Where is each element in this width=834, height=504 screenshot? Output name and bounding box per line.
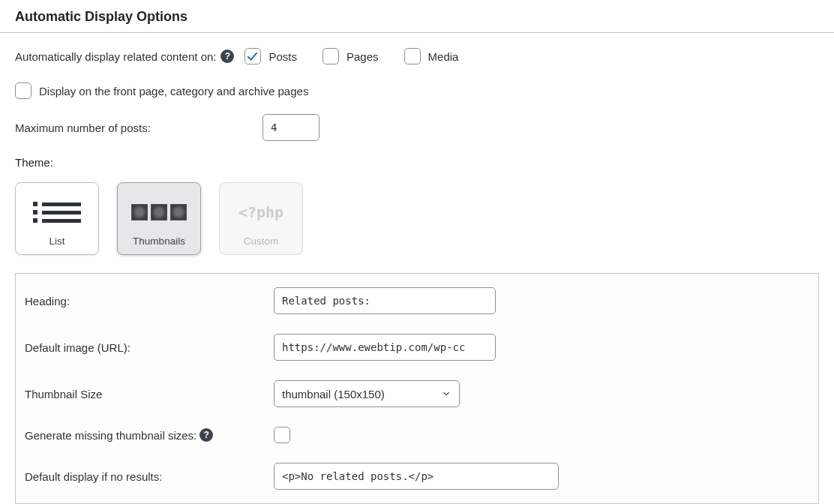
theme-option-thumbnails-label: Thumbnails	[122, 236, 196, 247]
frontpage-checkbox-label[interactable]: Display on the front page, category and …	[39, 85, 308, 98]
theme-option-custom-label: Custom	[224, 236, 298, 247]
posts-checkbox[interactable]	[244, 48, 261, 64]
max-posts-input[interactable]	[262, 114, 320, 141]
generate-missing-checkbox[interactable]	[274, 427, 290, 443]
php-icon: <?php	[224, 196, 298, 228]
thumbnails-icon	[122, 196, 196, 228]
auto-display-label: Automatically display related content on…	[15, 50, 216, 63]
theme-label: Theme:	[15, 156, 819, 169]
thumbnail-size-select[interactable]: thumbnail (150x150)	[274, 380, 460, 407]
generate-missing-label: Generate missing thumbnail sizes: ?	[25, 428, 274, 442]
pages-checkbox[interactable]	[322, 48, 339, 64]
pages-checkbox-label[interactable]: Pages	[346, 50, 379, 63]
theme-option-thumbnails[interactable]: Thumbnails	[117, 182, 201, 255]
section-title: Automatic Display Options	[0, 0, 834, 32]
list-icon	[20, 196, 94, 228]
no-results-label: Default display if no results:	[25, 470, 274, 483]
help-icon[interactable]: ?	[200, 428, 213, 442]
theme-option-list[interactable]: List	[15, 182, 99, 255]
default-image-label: Default image (URL):	[25, 341, 274, 354]
theme-option-custom[interactable]: <?php Custom	[219, 182, 303, 255]
thumbnails-settings-panel: Heading: Default image (URL): Thumbnail …	[15, 273, 819, 504]
posts-checkbox-label[interactable]: Posts	[268, 50, 297, 63]
max-posts-label: Maximum number of posts:	[15, 122, 262, 134]
theme-option-list-label: List	[20, 236, 94, 247]
media-checkbox-label[interactable]: Media	[428, 50, 459, 63]
media-checkbox[interactable]	[404, 48, 421, 64]
heading-label: Heading:	[25, 295, 274, 308]
thumbnail-size-label: Thumbnail Size	[25, 388, 274, 400]
default-image-input[interactable]	[274, 334, 496, 361]
no-results-input[interactable]	[274, 463, 559, 490]
heading-input[interactable]	[274, 287, 496, 314]
theme-options: List Thumbnails <?php Custom	[15, 182, 819, 255]
frontpage-checkbox[interactable]	[15, 82, 32, 99]
help-icon[interactable]: ?	[220, 50, 234, 63]
